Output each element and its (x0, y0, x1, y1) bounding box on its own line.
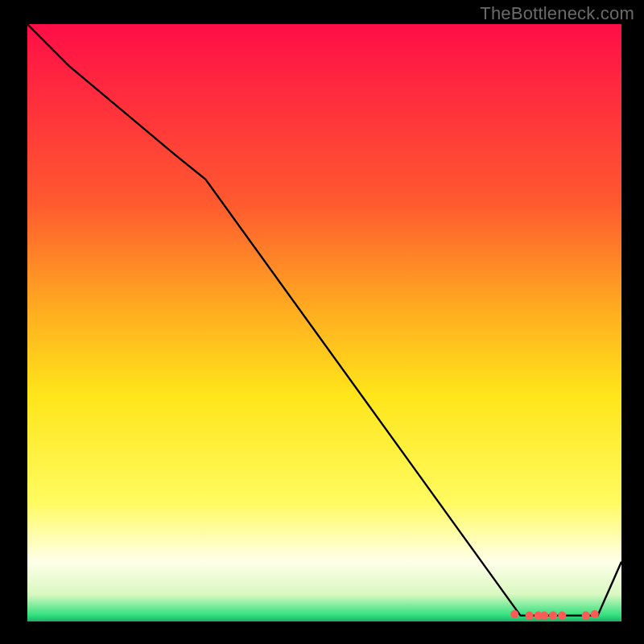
marker-point (591, 610, 599, 618)
marker-point (510, 610, 518, 618)
chart-svg (27, 24, 621, 621)
watermark-text: TheBottleneck.com (480, 3, 634, 24)
chart-frame: TheBottleneck.com (0, 0, 644, 644)
plot-area (27, 24, 621, 621)
marker-point (526, 612, 534, 620)
gradient-background (27, 24, 621, 621)
marker-point (549, 612, 557, 620)
marker-point (582, 612, 590, 620)
marker-point (558, 612, 566, 620)
marker-point (540, 612, 548, 620)
